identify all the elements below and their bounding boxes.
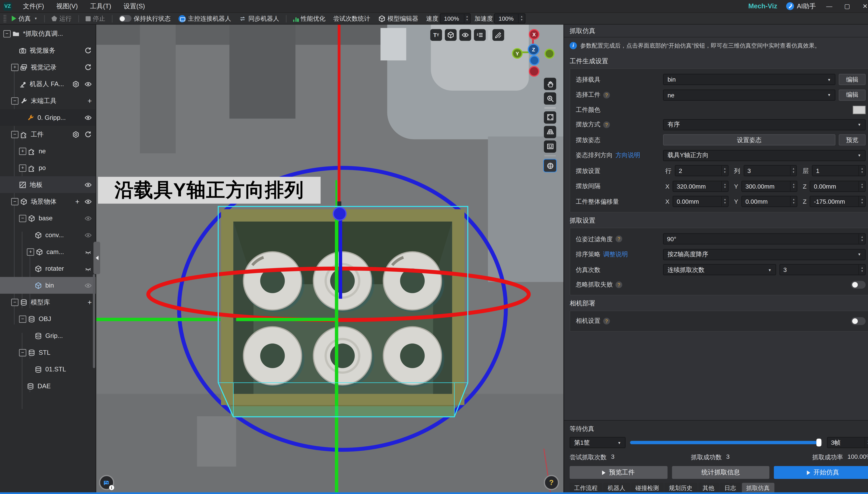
- tree-item-01stl[interactable]: 01.STL: [0, 361, 96, 378]
- tab-workflow[interactable]: 工作流程: [570, 483, 602, 493]
- sync-robot-button[interactable]: 同步机器人: [235, 13, 283, 24]
- ground-grid-button[interactable]: [544, 126, 556, 138]
- collapse-box-icon[interactable]: −: [11, 198, 18, 205]
- gizmo-y-neg-handle[interactable]: [544, 49, 555, 59]
- tree-item-grip-model[interactable]: Grip...: [0, 327, 96, 344]
- collapse-box-icon[interactable]: −: [19, 349, 26, 356]
- eye-closed-icon[interactable]: [84, 248, 92, 255]
- stepper-arrows-icon[interactable]: ▲▼: [464, 14, 470, 23]
- gap-z-stepper[interactable]: 0.00mm▲▼: [810, 180, 866, 192]
- fit-view-button[interactable]: [544, 111, 556, 124]
- sim-times-mode-select[interactable]: 连续抓取次数▼: [663, 264, 776, 276]
- gizmo-z-neg-handle[interactable]: [529, 55, 539, 65]
- tree-item-robot[interactable]: 机器人 FA...: [0, 76, 96, 92]
- menu-tools[interactable]: 工具(T): [84, 2, 117, 10]
- tree-item-project[interactable]: − *抓取仿真调...: [0, 25, 96, 42]
- info-panel-button[interactable]: [544, 140, 556, 152]
- tree-item-stl[interactable]: − STL: [0, 344, 96, 361]
- workpiece-edit-button[interactable]: 编辑: [839, 90, 866, 100]
- sort-help-link[interactable]: 调整说明: [603, 250, 628, 259]
- master-control-button[interactable]: 主控连接机器人: [174, 13, 235, 24]
- maximize-button[interactable]: ▢: [843, 2, 852, 10]
- arrange-direction-select[interactable]: 载具Y轴正方向▼: [663, 150, 866, 161]
- tab-other[interactable]: 其他: [698, 483, 719, 493]
- pose-filter-stepper[interactable]: 90°▲▼: [663, 233, 866, 245]
- outline-list-button[interactable]: [474, 29, 486, 41]
- offset-z-stepper[interactable]: -175.00mm▲▼: [810, 196, 866, 207]
- measure-edit-button[interactable]: [492, 29, 504, 41]
- add-icon[interactable]: +: [88, 97, 92, 104]
- model-view-button[interactable]: [445, 29, 457, 41]
- tree-item-bin[interactable]: bin: [0, 277, 96, 294]
- offset-x-stepper[interactable]: 0.00mm▲▼: [673, 196, 729, 207]
- carrier-edit-button[interactable]: 编辑: [839, 74, 866, 85]
- menu-file[interactable]: 文件(F): [17, 2, 50, 10]
- frame-slider[interactable]: [630, 439, 823, 446]
- keep-exec-state-toggle[interactable]: 保持执行状态: [115, 13, 175, 24]
- run-button[interactable]: 运行: [47, 13, 76, 24]
- tree-item-obj[interactable]: − OBJ: [0, 310, 96, 327]
- simulate-button[interactable]: 仿真▼: [8, 13, 41, 24]
- tree-item-gripper[interactable]: 0. Gripp...: [0, 109, 96, 126]
- cols-stepper[interactable]: 3▲▼: [744, 165, 797, 176]
- collapse-box-icon[interactable]: −: [11, 299, 18, 306]
- eye-icon[interactable]: [84, 181, 92, 188]
- collapse-box-icon[interactable]: −: [11, 131, 18, 138]
- tree-item-scene-objects[interactable]: − 场景物体 +: [0, 193, 96, 210]
- layers-stepper[interactable]: 1▲▼: [812, 165, 866, 176]
- stop-button[interactable]: 停止: [82, 13, 109, 24]
- settings-hexagon-icon[interactable]: [72, 80, 79, 88]
- orientation-gizmo[interactable]: X Z Y: [507, 29, 561, 77]
- sort-strategy-select[interactable]: 按Z轴高度降序▼: [663, 249, 866, 260]
- perf-optimize-button[interactable]: 性能优化: [289, 13, 329, 24]
- tree-item-vision-service[interactable]: 视觉服务: [0, 42, 96, 59]
- gizmo-x-neg-handle[interactable]: [529, 66, 539, 77]
- sim-times-stepper[interactable]: 3▲▼: [779, 264, 866, 276]
- tree-item-po[interactable]: + po: [0, 159, 96, 176]
- expand-box-icon[interactable]: +: [19, 164, 26, 172]
- tab-robot[interactable]: 机器人: [603, 483, 630, 493]
- ignore-fail-toggle[interactable]: [851, 281, 866, 289]
- tree-item-vision-record[interactable]: + 视觉记录: [0, 59, 96, 76]
- help-button[interactable]: ?: [544, 475, 559, 490]
- model-editor-button[interactable]: 模型编辑器: [374, 13, 422, 24]
- refresh-icon[interactable]: [84, 131, 92, 138]
- workpiece-select[interactable]: ne▼: [663, 90, 835, 100]
- pose-preview-button[interactable]: 预览: [839, 135, 866, 146]
- place-mode-select[interactable]: 有序▼: [663, 119, 866, 130]
- gizmo-x-handle[interactable]: X: [529, 29, 539, 40]
- tree-item-ne[interactable]: + ne: [0, 143, 96, 159]
- gizmo-z-handle[interactable]: Z: [527, 43, 539, 55]
- collapse-box-icon[interactable]: −: [11, 97, 18, 104]
- tree-item-workpieces[interactable]: − 工件: [0, 126, 96, 143]
- orbit-globe-button[interactable]: [543, 159, 557, 172]
- bin-index-select[interactable]: 第1筐▼: [570, 437, 625, 448]
- workpiece-color-swatch[interactable]: [853, 106, 866, 114]
- eye-icon[interactable]: [84, 198, 92, 205]
- tab-collision[interactable]: 碰撞检测: [631, 483, 663, 493]
- tree-item-dae[interactable]: DAE: [0, 378, 96, 395]
- tree-item-model-library[interactable]: − 模型库 +: [0, 294, 96, 311]
- tree-item-floor[interactable]: 地板: [0, 176, 96, 193]
- menu-view[interactable]: 视图(V): [50, 2, 84, 10]
- minimize-button[interactable]: —: [825, 3, 834, 10]
- eye-icon[interactable]: [84, 80, 92, 88]
- collapse-box-icon[interactable]: −: [19, 215, 26, 222]
- rows-stepper[interactable]: 2▲▼: [675, 165, 728, 176]
- tree-item-base[interactable]: − base: [0, 210, 96, 227]
- sidebar-collapse-handle[interactable]: [93, 242, 100, 274]
- eye-icon[interactable]: [84, 114, 92, 121]
- settings-hexagon-icon[interactable]: [72, 131, 79, 138]
- tab-grasp-simulation[interactable]: 抓取仿真: [741, 483, 774, 493]
- set-pose-button[interactable]: 设置姿态: [663, 135, 835, 146]
- tree-item-end-tools[interactable]: − 末端工具 +: [0, 92, 96, 109]
- help-icon[interactable]: ?: [616, 281, 622, 288]
- refresh-icon[interactable]: [84, 47, 92, 54]
- tree-item-cam[interactable]: + cam...: [0, 244, 96, 260]
- pan-hand-button[interactable]: [544, 78, 556, 90]
- frame-stepper[interactable]: 3帧▲▼: [827, 437, 868, 448]
- stepper-arrows-icon[interactable]: ▲▼: [518, 14, 525, 23]
- collapse-box-icon[interactable]: −: [19, 315, 26, 323]
- zoom-in-button[interactable]: [544, 92, 556, 105]
- expand-box-icon[interactable]: +: [19, 147, 26, 155]
